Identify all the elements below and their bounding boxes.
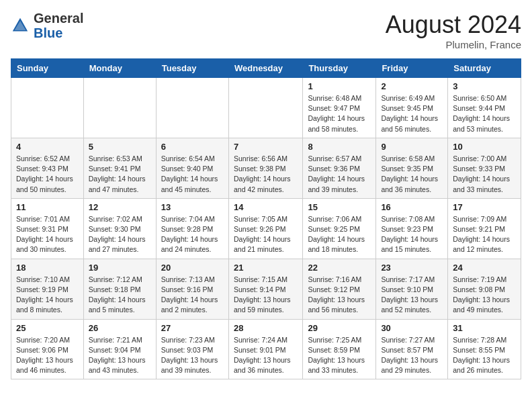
weekday-header-tuesday: Tuesday: [156, 59, 228, 78]
day-info: Sunrise: 7:04 AMSunset: 9:28 PMDaylight:…: [161, 214, 224, 255]
calendar-cell: 31Sunrise: 7:28 AMSunset: 8:55 PMDayligh…: [448, 319, 521, 379]
day-number: 31: [453, 323, 516, 333]
calendar-cell: 14Sunrise: 7:05 AMSunset: 9:26 PMDayligh…: [228, 198, 302, 259]
day-info: Sunrise: 7:17 AMSunset: 9:10 PMDaylight:…: [381, 275, 443, 316]
calendar-cell: 12Sunrise: 7:02 AMSunset: 9:30 PMDayligh…: [83, 198, 156, 259]
day-info: Sunrise: 7:09 AMSunset: 9:21 PMDaylight:…: [453, 214, 516, 255]
day-number: 20: [161, 263, 224, 273]
day-number: 15: [308, 202, 371, 212]
calendar-cell: 29Sunrise: 7:25 AMSunset: 8:59 PMDayligh…: [303, 319, 376, 379]
day-number: 30: [381, 323, 443, 333]
page-header: General Blue August 2024 Plumelin, Franc…: [11, 11, 521, 50]
day-number: 10: [453, 142, 516, 152]
day-number: 29: [308, 323, 371, 333]
day-info: Sunrise: 7:20 AMSunset: 9:06 PMDaylight:…: [16, 335, 79, 376]
calendar-cell: 17Sunrise: 7:09 AMSunset: 9:21 PMDayligh…: [448, 198, 521, 259]
day-info: Sunrise: 7:05 AMSunset: 9:26 PMDaylight:…: [234, 214, 298, 255]
day-info: Sunrise: 7:12 AMSunset: 9:18 PMDaylight:…: [89, 275, 151, 316]
calendar-cell: [11, 78, 84, 138]
calendar-cell: 8Sunrise: 6:57 AMSunset: 9:36 PMDaylight…: [303, 138, 376, 198]
title-block: August 2024 Plumelin, France: [386, 11, 521, 50]
calendar-cell: 26Sunrise: 7:21 AMSunset: 9:04 PMDayligh…: [83, 319, 156, 379]
day-number: 12: [89, 202, 151, 212]
calendar-cell: 23Sunrise: 7:17 AMSunset: 9:10 PMDayligh…: [376, 259, 448, 319]
day-info: Sunrise: 7:06 AMSunset: 9:25 PMDaylight:…: [308, 214, 371, 255]
day-number: 6: [161, 142, 224, 152]
weekday-header-thursday: Thursday: [303, 59, 376, 78]
day-info: Sunrise: 7:08 AMSunset: 9:23 PMDaylight:…: [381, 214, 443, 255]
day-number: 27: [161, 323, 224, 333]
calendar-cell: 2Sunrise: 6:49 AMSunset: 9:45 PMDaylight…: [376, 78, 448, 138]
calendar-cell: 19Sunrise: 7:12 AMSunset: 9:18 PMDayligh…: [83, 259, 156, 319]
calendar-cell: 5Sunrise: 6:53 AMSunset: 9:41 PMDaylight…: [83, 138, 156, 198]
calendar-week-1: 1Sunrise: 6:48 AMSunset: 9:47 PMDaylight…: [11, 78, 521, 138]
calendar-cell: 30Sunrise: 7:27 AMSunset: 8:57 PMDayligh…: [376, 319, 448, 379]
day-number: 24: [453, 263, 516, 273]
day-info: Sunrise: 6:50 AMSunset: 9:44 PMDaylight:…: [453, 93, 516, 134]
day-number: 3: [453, 81, 516, 91]
calendar-cell: 4Sunrise: 6:52 AMSunset: 9:43 PMDaylight…: [11, 138, 84, 198]
day-info: Sunrise: 7:13 AMSunset: 9:16 PMDaylight:…: [161, 275, 224, 316]
day-info: Sunrise: 7:24 AMSunset: 9:01 PMDaylight:…: [234, 335, 298, 376]
calendar-cell: 18Sunrise: 7:10 AMSunset: 9:19 PMDayligh…: [11, 259, 84, 319]
day-info: Sunrise: 7:28 AMSunset: 8:55 PMDaylight:…: [453, 335, 516, 376]
calendar-cell: 3Sunrise: 6:50 AMSunset: 9:44 PMDaylight…: [448, 78, 521, 138]
day-number: 2: [381, 81, 443, 91]
calendar-week-4: 18Sunrise: 7:10 AMSunset: 9:19 PMDayligh…: [11, 259, 521, 319]
calendar-cell: 1Sunrise: 6:48 AMSunset: 9:47 PMDaylight…: [303, 78, 376, 138]
day-info: Sunrise: 7:27 AMSunset: 8:57 PMDaylight:…: [381, 335, 443, 376]
calendar-cell: 13Sunrise: 7:04 AMSunset: 9:28 PMDayligh…: [156, 198, 228, 259]
weekday-header-saturday: Saturday: [448, 59, 521, 78]
day-number: 4: [16, 142, 79, 152]
day-info: Sunrise: 7:01 AMSunset: 9:31 PMDaylight:…: [16, 214, 79, 255]
calendar-cell: 7Sunrise: 6:56 AMSunset: 9:38 PMDaylight…: [228, 138, 302, 198]
day-info: Sunrise: 6:48 AMSunset: 9:47 PMDaylight:…: [308, 93, 371, 134]
day-number: 13: [161, 202, 224, 212]
weekday-header-sunday: Sunday: [11, 59, 84, 78]
calendar-week-2: 4Sunrise: 6:52 AMSunset: 9:43 PMDaylight…: [11, 138, 521, 198]
day-info: Sunrise: 7:25 AMSunset: 8:59 PMDaylight:…: [308, 335, 371, 376]
day-info: Sunrise: 7:23 AMSunset: 9:03 PMDaylight:…: [161, 335, 224, 376]
day-number: 1: [308, 81, 371, 91]
calendar-cell: [156, 78, 228, 138]
day-info: Sunrise: 7:15 AMSunset: 9:14 PMDaylight:…: [234, 275, 298, 316]
calendar-cell: [83, 78, 156, 138]
calendar-cell: 10Sunrise: 7:00 AMSunset: 9:33 PMDayligh…: [448, 138, 521, 198]
logo: General Blue: [11, 11, 83, 40]
calendar-cell: 20Sunrise: 7:13 AMSunset: 9:16 PMDayligh…: [156, 259, 228, 319]
weekday-header-wednesday: Wednesday: [228, 59, 302, 78]
day-number: 7: [234, 142, 298, 152]
calendar-week-3: 11Sunrise: 7:01 AMSunset: 9:31 PMDayligh…: [11, 198, 521, 259]
calendar-cell: 21Sunrise: 7:15 AMSunset: 9:14 PMDayligh…: [228, 259, 302, 319]
day-number: 17: [453, 202, 516, 212]
day-info: Sunrise: 7:19 AMSunset: 9:08 PMDaylight:…: [453, 275, 516, 316]
day-info: Sunrise: 6:57 AMSunset: 9:36 PMDaylight:…: [308, 154, 371, 195]
day-number: 8: [308, 142, 371, 152]
day-info: Sunrise: 7:10 AMSunset: 9:19 PMDaylight:…: [16, 275, 79, 316]
day-number: 14: [234, 202, 298, 212]
calendar-cell: 9Sunrise: 6:58 AMSunset: 9:35 PMDaylight…: [376, 138, 448, 198]
day-info: Sunrise: 7:21 AMSunset: 9:04 PMDaylight:…: [89, 335, 151, 376]
day-number: 11: [16, 202, 79, 212]
calendar-cell: [228, 78, 302, 138]
day-info: Sunrise: 6:53 AMSunset: 9:41 PMDaylight:…: [89, 154, 151, 195]
calendar-table: SundayMondayTuesdayWednesdayThursdayFrid…: [11, 58, 521, 379]
day-number: 21: [234, 263, 298, 273]
calendar-cell: 15Sunrise: 7:06 AMSunset: 9:25 PMDayligh…: [303, 198, 376, 259]
logo-blue-text: Blue: [34, 26, 62, 40]
calendar-week-5: 25Sunrise: 7:20 AMSunset: 9:06 PMDayligh…: [11, 319, 521, 379]
weekday-header-friday: Friday: [376, 59, 448, 78]
month-title: August 2024: [386, 11, 521, 39]
day-info: Sunrise: 7:16 AMSunset: 9:12 PMDaylight:…: [308, 275, 371, 316]
day-number: 5: [89, 142, 151, 152]
logo-general-text: General: [34, 11, 83, 26]
day-number: 22: [308, 263, 371, 273]
day-info: Sunrise: 6:52 AMSunset: 9:43 PMDaylight:…: [16, 154, 79, 195]
day-number: 16: [381, 202, 443, 212]
day-number: 23: [381, 263, 443, 273]
location-subtitle: Plumelin, France: [386, 39, 521, 50]
calendar-cell: 28Sunrise: 7:24 AMSunset: 9:01 PMDayligh…: [228, 319, 302, 379]
day-info: Sunrise: 6:54 AMSunset: 9:40 PMDaylight:…: [161, 154, 224, 195]
day-info: Sunrise: 6:58 AMSunset: 9:35 PMDaylight:…: [381, 154, 443, 195]
calendar-cell: 16Sunrise: 7:08 AMSunset: 9:23 PMDayligh…: [376, 198, 448, 259]
